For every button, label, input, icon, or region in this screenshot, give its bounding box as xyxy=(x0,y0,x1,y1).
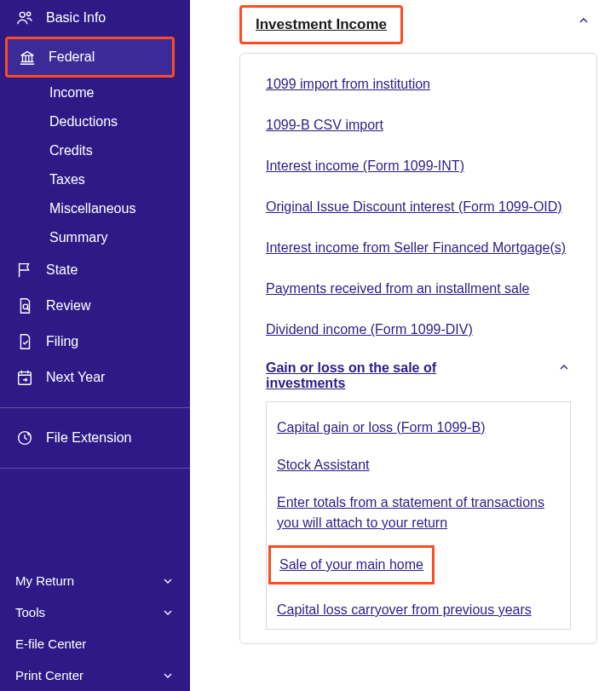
link-1099b-csv[interactable]: 1099-B CSV import xyxy=(266,115,571,135)
chevron-up-icon xyxy=(557,360,571,377)
section-title: Investment Income xyxy=(256,16,387,33)
svg-point-0 xyxy=(20,12,25,17)
calendar-arrow-icon xyxy=(15,368,34,387)
sidebar-item-review[interactable]: Review xyxy=(0,288,190,324)
sidebar-bottom-label: My Return xyxy=(15,573,74,588)
sidebar-item-label: Next Year xyxy=(46,370,105,385)
sidebar-sub-income[interactable]: Income xyxy=(0,78,190,107)
svg-rect-3 xyxy=(19,372,32,385)
sidebar-item-next-year[interactable]: Next Year xyxy=(0,360,190,395)
sidebar: Basic Info Federal Income Deductions Cre… xyxy=(0,0,190,691)
sidebar-item-label: Basic Info xyxy=(46,10,106,26)
link-seller-financed-mortgage[interactable]: Interest income from Seller Financed Mor… xyxy=(266,238,571,258)
link-capital-gain-loss-1099b[interactable]: Capital gain or loss (Form 1099-B) xyxy=(277,417,560,438)
link-stock-assistant[interactable]: Stock Assistant xyxy=(277,455,560,475)
sidebar-bottom-efile-center[interactable]: E-file Center xyxy=(0,628,190,659)
link-dividend-income[interactable]: Dividend income (Form 1099-DIV) xyxy=(266,320,571,340)
sidebar-bottom-label: Tools xyxy=(15,605,45,619)
chevron-down-icon xyxy=(161,574,175,588)
sidebar-item-basic-info[interactable]: Basic Info xyxy=(0,0,190,36)
main-content: Investment Income 1099 import from insti… xyxy=(190,0,616,691)
sidebar-bottom-my-return[interactable]: My Return xyxy=(0,565,190,596)
sidebar-item-filing[interactable]: Filing xyxy=(0,324,190,360)
sidebar-bottom-print-center[interactable]: Print Center xyxy=(0,659,190,691)
link-interest-income-1099int[interactable]: Interest income (Form 1099-INT) xyxy=(266,156,571,176)
divider xyxy=(0,407,190,408)
sidebar-item-label: Federal xyxy=(49,49,95,65)
sidebar-sub-taxes[interactable]: Taxes xyxy=(0,165,190,194)
subsection-header-gain-loss[interactable]: Gain or loss on the sale of investments xyxy=(266,360,571,391)
sidebar-item-label: State xyxy=(46,262,78,278)
investment-income-panel: 1099 import from institution 1099-B CSV … xyxy=(239,53,597,644)
sidebar-item-file-extension[interactable]: File Extension xyxy=(0,420,190,456)
doc-search-icon xyxy=(15,297,34,315)
link-sale-main-home[interactable]: Sale of your main home xyxy=(279,555,423,575)
link-oid-interest[interactable]: Original Issue Discount interest (Form 1… xyxy=(266,197,571,217)
chevron-down-icon xyxy=(161,606,175,619)
government-icon xyxy=(18,48,37,66)
clock-plus-icon xyxy=(15,429,34,447)
sidebar-item-label: File Extension xyxy=(46,430,132,446)
divider xyxy=(0,468,190,469)
doc-check-icon xyxy=(15,332,34,351)
section-header-investment-income[interactable]: Investment Income xyxy=(239,5,403,44)
chevron-up-icon[interactable] xyxy=(577,14,590,31)
flag-icon xyxy=(15,261,34,279)
sidebar-sub-summary[interactable]: Summary xyxy=(0,223,190,252)
sidebar-sub-miscellaneous[interactable]: Miscellaneous xyxy=(0,194,190,223)
svg-point-1 xyxy=(26,12,30,15)
sidebar-bottom-tools[interactable]: Tools xyxy=(0,596,190,628)
link-capital-loss-carryover[interactable]: Capital loss carryover from previous yea… xyxy=(277,600,560,620)
highlight-sale-main-home: Sale of your main home xyxy=(268,545,435,584)
sidebar-sub-deductions[interactable]: Deductions xyxy=(0,107,190,136)
sidebar-bottom-label: E-file Center xyxy=(15,636,86,651)
sidebar-item-label: Filing xyxy=(46,334,78,349)
gain-loss-subpanel: Capital gain or loss (Form 1099-B) Stock… xyxy=(266,401,571,630)
sidebar-sub-credits[interactable]: Credits xyxy=(0,136,190,165)
people-icon xyxy=(15,9,34,27)
sidebar-bottom-label: Print Center xyxy=(15,668,83,682)
sidebar-item-label: Review xyxy=(46,298,90,314)
link-installment-sale[interactable]: Payments received from an installment sa… xyxy=(266,279,571,299)
chevron-down-icon xyxy=(161,669,175,682)
subsection-title: Gain or loss on the sale of investments xyxy=(266,360,462,391)
link-enter-totals-statement[interactable]: Enter totals from a statement of transac… xyxy=(277,492,560,533)
sidebar-item-state[interactable]: State xyxy=(0,252,190,288)
link-1099-import[interactable]: 1099 import from institution xyxy=(266,74,571,95)
sidebar-item-federal[interactable]: Federal xyxy=(8,39,172,75)
